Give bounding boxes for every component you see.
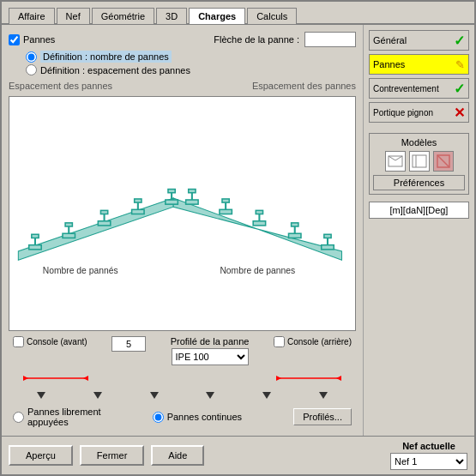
- fermer-button[interactable]: Fermer: [80, 445, 144, 466]
- radio-pannes-librement[interactable]: [13, 412, 24, 423]
- apercu-button[interactable]: Aperçu: [9, 445, 73, 466]
- console-arriere-section: Console (arrière): [274, 336, 352, 347]
- model-icon-1[interactable]: [385, 151, 406, 172]
- structure-drawing: Nombre de pannés Nombre de pannes: [9, 97, 355, 330]
- profil-label: Profilé de la panne: [171, 336, 250, 346]
- svg-rect-44: [413, 155, 426, 167]
- preferences-button[interactable]: Préférences: [373, 175, 465, 190]
- svg-line-42: [389, 156, 395, 160]
- pannes-continues-option: Pannes continues: [153, 412, 242, 423]
- profil-select[interactable]: IPE 100 IPE 80 IPE 120 IPE 140: [172, 348, 249, 365]
- models-icons-row: [373, 151, 465, 172]
- support-triangle-1: [37, 392, 45, 399]
- svg-rect-18: [186, 200, 198, 204]
- svg-marker-36: [23, 376, 28, 381]
- console-arriere-checkbox[interactable]: [274, 336, 285, 347]
- profiles-button[interactable]: Profilés...: [293, 408, 352, 425]
- radio-option-espacement: Définition : espacement des pannes: [26, 64, 356, 75]
- radio-nombre-label: Définition : nombre de pannes: [40, 51, 172, 63]
- svg-rect-14: [135, 199, 142, 202]
- model-icon-2[interactable]: [409, 151, 430, 172]
- radio-pannes-continues[interactable]: [153, 412, 164, 423]
- svg-rect-5: [32, 234, 39, 238]
- svg-rect-3: [29, 245, 41, 250]
- svg-rect-26: [256, 210, 262, 214]
- console-avant-label: Console (avant): [27, 337, 87, 346]
- svg-text:Nombre de pannes: Nombre de pannes: [220, 266, 295, 275]
- svg-rect-27: [289, 233, 301, 238]
- models-section: Modèles: [369, 133, 469, 195]
- unites-section: [m][daN][Deg]: [369, 202, 469, 219]
- main-content: Pannes Flèche de la panne : 1/200 Défini…: [2, 25, 474, 436]
- tab-charges[interactable]: Charges: [189, 8, 245, 24]
- svg-text:Nombre de pannés: Nombre de pannés: [43, 266, 118, 275]
- nef-actuelle-select[interactable]: Nef 1 Nef 2 Nef 3: [390, 453, 467, 470]
- unites-value: [m][daN][Deg]: [390, 205, 449, 215]
- support-triangle-2: [93, 392, 102, 399]
- radio-option-nombre: Définition : nombre de pannes: [26, 51, 356, 63]
- left-dimension-line: [21, 372, 90, 384]
- support-triangles-row: [9, 389, 356, 401]
- radio-definition-group: Définition : nombre de pannes Définition…: [9, 51, 356, 75]
- contreventement-button[interactable]: Contreventement ✓: [369, 78, 469, 99]
- svg-rect-20: [189, 190, 196, 193]
- svg-rect-11: [100, 210, 107, 214]
- nombre-left-section: [111, 336, 146, 352]
- pannes-checkbox-row: Pannes: [9, 34, 55, 45]
- pannes-continues-label: Pannes continues: [167, 412, 242, 422]
- tab-geometrie[interactable]: Géométrie: [92, 8, 154, 24]
- svg-marker-39: [276, 376, 281, 381]
- tab-calculs[interactable]: Calculs: [247, 8, 297, 24]
- espacement-row: Espacement des pannes Espacement des pan…: [9, 79, 356, 93]
- pannes-radio-group: Pannes librementappuyées: [13, 407, 101, 427]
- main-window: Affaire Nef Géométrie 3D Charges Calculs…: [0, 0, 476, 476]
- espacement-right-label: Espacement des pannes: [252, 81, 356, 91]
- radio-nombre-pannes[interactable]: [26, 51, 37, 63]
- pannes-checkbox[interactable]: [9, 34, 20, 45]
- aide-button[interactable]: Aide: [151, 445, 204, 466]
- fleche-section: Flèche de la panne : 1/200: [214, 32, 356, 47]
- espacement-left-label: Espacement des pannes: [9, 81, 112, 91]
- pencil-icon: ✎: [455, 58, 465, 71]
- svg-marker-37: [83, 376, 88, 381]
- bottom-bar: Aperçu Fermer Aide Nef actuelle Nef 1 Ne…: [2, 436, 474, 474]
- pannes-right-label: Pannes: [373, 59, 405, 69]
- contreventement-check-icon: ✓: [454, 81, 465, 97]
- svg-rect-21: [220, 209, 232, 214]
- console-avant-check: Console (avant): [13, 336, 87, 347]
- right-panel: Général ✓ Pannes ✎ Contreventement ✓ Por…: [363, 25, 474, 436]
- pannes-label: Pannes: [23, 34, 55, 45]
- general-check-icon: ✓: [454, 33, 465, 49]
- tab-nef[interactable]: Nef: [57, 8, 90, 24]
- support-triangle-3: [150, 392, 159, 399]
- profil-section: Profilé de la panne IPE 100 IPE 80 IPE 1…: [171, 336, 250, 365]
- nombre-pannes-left-input[interactable]: [111, 336, 146, 352]
- tab-3d[interactable]: 3D: [156, 8, 187, 24]
- left-panel: Pannes Flèche de la panne : 1/200 Défini…: [2, 25, 363, 436]
- general-button[interactable]: Général ✓: [369, 30, 469, 51]
- pannes-bottom-row: Pannes librementappuyées Pannes continue…: [9, 405, 356, 429]
- portique-pignon-button[interactable]: Portique pignon ✕: [369, 102, 469, 123]
- svg-line-47: [437, 155, 449, 167]
- dimension-lines-row: [9, 371, 356, 386]
- fleche-input[interactable]: 1/200: [304, 32, 356, 47]
- svg-rect-17: [168, 190, 175, 193]
- console-arriere-label: Console (arrière): [287, 337, 352, 346]
- svg-rect-12: [132, 209, 144, 214]
- model-icon-3[interactable]: [433, 151, 454, 172]
- general-label: Général: [373, 35, 407, 45]
- radio-espacement-pannes[interactable]: [26, 64, 37, 75]
- svg-marker-40: [336, 376, 341, 381]
- svg-rect-6: [63, 233, 75, 238]
- tab-affaire[interactable]: Affaire: [9, 8, 55, 24]
- portique-pignon-label: Portique pignon: [373, 108, 433, 117]
- support-triangle-4: [206, 392, 214, 399]
- support-triangle-5: [262, 392, 271, 399]
- nef-actuelle-label: Nef actuelle: [402, 441, 455, 451]
- svg-rect-8: [65, 223, 72, 226]
- svg-rect-29: [292, 223, 298, 226]
- console-avant-checkbox[interactable]: [13, 336, 24, 347]
- svg-rect-32: [324, 234, 331, 238]
- fleche-label: Flèche de la panne :: [214, 34, 299, 45]
- pannes-button[interactable]: Pannes ✎: [369, 54, 469, 75]
